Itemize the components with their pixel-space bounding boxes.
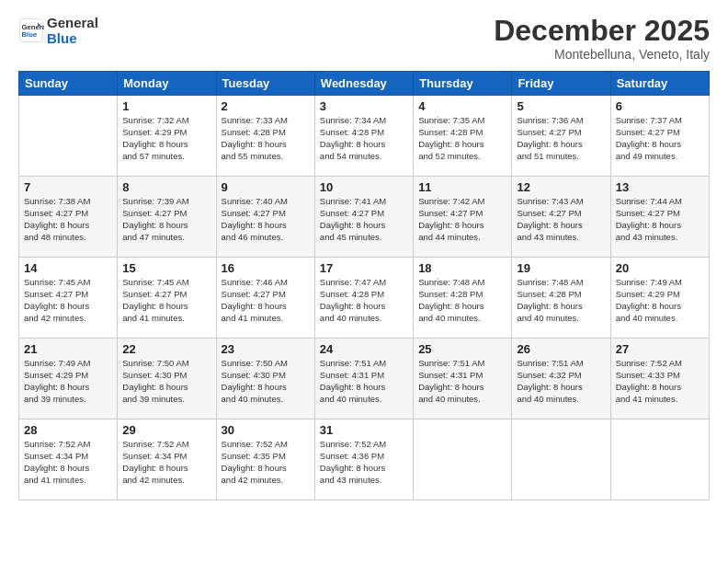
day-number: 24 <box>320 342 408 356</box>
calendar-cell: 9Sunrise: 7:40 AMSunset: 4:27 PMDaylight… <box>216 177 314 258</box>
calendar-cell: 22Sunrise: 7:50 AMSunset: 4:30 PMDayligh… <box>118 339 216 419</box>
calendar-table: SundayMondayTuesdayWednesdayThursdayFrid… <box>18 71 710 500</box>
day-number: 3 <box>320 99 408 113</box>
calendar-cell: 17Sunrise: 7:47 AMSunset: 4:28 PMDayligh… <box>314 258 413 339</box>
day-info: Sunrise: 7:51 AMSunset: 4:31 PMDaylight:… <box>320 358 408 405</box>
day-info: Sunrise: 7:51 AMSunset: 4:31 PMDaylight:… <box>418 358 506 405</box>
day-info: Sunrise: 7:42 AMSunset: 4:27 PMDaylight:… <box>418 196 506 243</box>
col-header-friday: Friday <box>512 72 610 96</box>
day-info: Sunrise: 7:46 AMSunset: 4:27 PMDaylight:… <box>222 277 310 324</box>
day-number: 21 <box>24 342 112 356</box>
day-number: 14 <box>24 261 112 275</box>
day-number: 16 <box>222 261 310 275</box>
calendar-cell: 5Sunrise: 7:36 AMSunset: 4:27 PMDaylight… <box>512 96 610 177</box>
calendar-week-1: 1Sunrise: 7:32 AMSunset: 4:29 PMDaylight… <box>19 96 710 177</box>
calendar-cell: 21Sunrise: 7:49 AMSunset: 4:29 PMDayligh… <box>19 339 118 419</box>
day-number: 8 <box>122 180 210 194</box>
calendar-cell: 3Sunrise: 7:34 AMSunset: 4:28 PMDaylight… <box>314 96 413 177</box>
logo-general: General <box>47 15 98 30</box>
calendar-week-2: 7Sunrise: 7:38 AMSunset: 4:27 PMDaylight… <box>19 177 710 258</box>
calendar-cell <box>512 419 610 500</box>
calendar-cell: 14Sunrise: 7:45 AMSunset: 4:27 PMDayligh… <box>19 258 118 339</box>
calendar-cell: 29Sunrise: 7:52 AMSunset: 4:34 PMDayligh… <box>118 419 216 500</box>
day-number: 4 <box>418 99 506 113</box>
day-info: Sunrise: 7:38 AMSunset: 4:27 PMDaylight:… <box>24 196 112 243</box>
col-header-wednesday: Wednesday <box>314 72 413 96</box>
day-number: 17 <box>320 261 408 275</box>
calendar-cell: 23Sunrise: 7:50 AMSunset: 4:30 PMDayligh… <box>216 339 314 419</box>
day-number: 15 <box>122 261 210 275</box>
calendar-cell: 24Sunrise: 7:51 AMSunset: 4:31 PMDayligh… <box>314 339 413 419</box>
location-subtitle: Montebelluna, Veneto, Italy <box>494 47 710 62</box>
header: General Blue General Blue December 2025 … <box>18 15 710 62</box>
day-number: 30 <box>222 423 310 437</box>
calendar-cell: 10Sunrise: 7:41 AMSunset: 4:27 PMDayligh… <box>314 177 413 258</box>
calendar-cell: 26Sunrise: 7:51 AMSunset: 4:32 PMDayligh… <box>512 339 610 419</box>
day-info: Sunrise: 7:34 AMSunset: 4:28 PMDaylight:… <box>320 115 408 162</box>
day-number: 2 <box>222 99 310 113</box>
month-title: December 2025 <box>494 15 710 47</box>
day-info: Sunrise: 7:50 AMSunset: 4:30 PMDaylight:… <box>222 358 310 405</box>
col-header-sunday: Sunday <box>19 72 118 96</box>
title-block: December 2025 Montebelluna, Veneto, Ital… <box>494 15 710 62</box>
day-number: 10 <box>320 180 408 194</box>
day-info: Sunrise: 7:41 AMSunset: 4:27 PMDaylight:… <box>320 196 408 243</box>
day-number: 11 <box>418 180 506 194</box>
calendar-week-4: 21Sunrise: 7:49 AMSunset: 4:29 PMDayligh… <box>19 339 710 419</box>
col-header-thursday: Thursday <box>414 72 512 96</box>
day-number: 26 <box>517 342 605 356</box>
calendar-cell: 7Sunrise: 7:38 AMSunset: 4:27 PMDaylight… <box>19 177 118 258</box>
day-number: 6 <box>616 99 704 113</box>
day-number: 28 <box>24 423 112 437</box>
day-number: 27 <box>616 342 704 356</box>
day-info: Sunrise: 7:37 AMSunset: 4:27 PMDaylight:… <box>616 115 704 162</box>
calendar-cell: 13Sunrise: 7:44 AMSunset: 4:27 PMDayligh… <box>610 177 709 258</box>
day-info: Sunrise: 7:51 AMSunset: 4:32 PMDaylight:… <box>517 358 605 405</box>
calendar-cell: 25Sunrise: 7:51 AMSunset: 4:31 PMDayligh… <box>414 339 512 419</box>
calendar-header-row: SundayMondayTuesdayWednesdayThursdayFrid… <box>19 72 710 96</box>
calendar-cell: 19Sunrise: 7:48 AMSunset: 4:28 PMDayligh… <box>512 258 610 339</box>
day-info: Sunrise: 7:35 AMSunset: 4:28 PMDaylight:… <box>418 115 506 162</box>
day-info: Sunrise: 7:48 AMSunset: 4:28 PMDaylight:… <box>517 277 605 324</box>
day-info: Sunrise: 7:47 AMSunset: 4:28 PMDaylight:… <box>320 277 408 324</box>
col-header-saturday: Saturday <box>610 72 709 96</box>
svg-text:Blue: Blue <box>22 30 38 39</box>
calendar-cell: 15Sunrise: 7:45 AMSunset: 4:27 PMDayligh… <box>118 258 216 339</box>
day-number: 23 <box>222 342 310 356</box>
calendar-cell: 4Sunrise: 7:35 AMSunset: 4:28 PMDaylight… <box>414 96 512 177</box>
day-number: 18 <box>418 261 506 275</box>
day-info: Sunrise: 7:48 AMSunset: 4:28 PMDaylight:… <box>418 277 506 324</box>
logo-blue: Blue <box>47 30 98 46</box>
day-number: 25 <box>418 342 506 356</box>
logo-icon: General Blue <box>18 17 44 43</box>
day-info: Sunrise: 7:52 AMSunset: 4:34 PMDaylight:… <box>24 439 112 486</box>
day-number: 7 <box>24 180 112 194</box>
day-info: Sunrise: 7:44 AMSunset: 4:27 PMDaylight:… <box>616 196 704 243</box>
day-number: 29 <box>122 423 210 437</box>
calendar-cell: 30Sunrise: 7:52 AMSunset: 4:35 PMDayligh… <box>216 419 314 500</box>
day-number: 20 <box>616 261 704 275</box>
day-info: Sunrise: 7:43 AMSunset: 4:27 PMDaylight:… <box>517 196 605 243</box>
day-number: 1 <box>122 99 210 113</box>
calendar-week-5: 28Sunrise: 7:52 AMSunset: 4:34 PMDayligh… <box>19 419 710 500</box>
day-info: Sunrise: 7:52 AMSunset: 4:33 PMDaylight:… <box>616 358 704 405</box>
calendar-cell: 6Sunrise: 7:37 AMSunset: 4:27 PMDaylight… <box>610 96 709 177</box>
day-number: 9 <box>222 180 310 194</box>
day-number: 22 <box>122 342 210 356</box>
calendar-cell: 12Sunrise: 7:43 AMSunset: 4:27 PMDayligh… <box>512 177 610 258</box>
day-number: 31 <box>320 423 408 437</box>
day-info: Sunrise: 7:50 AMSunset: 4:30 PMDaylight:… <box>122 358 210 405</box>
day-info: Sunrise: 7:36 AMSunset: 4:27 PMDaylight:… <box>517 115 605 162</box>
day-number: 12 <box>517 180 605 194</box>
day-info: Sunrise: 7:49 AMSunset: 4:29 PMDaylight:… <box>616 277 704 324</box>
calendar-cell <box>610 419 709 500</box>
calendar-cell: 18Sunrise: 7:48 AMSunset: 4:28 PMDayligh… <box>414 258 512 339</box>
day-info: Sunrise: 7:33 AMSunset: 4:28 PMDaylight:… <box>222 115 310 162</box>
day-info: Sunrise: 7:52 AMSunset: 4:36 PMDaylight:… <box>320 439 408 486</box>
page-container: General Blue General Blue December 2025 … <box>0 0 728 563</box>
day-info: Sunrise: 7:49 AMSunset: 4:29 PMDaylight:… <box>24 358 112 405</box>
calendar-cell: 27Sunrise: 7:52 AMSunset: 4:33 PMDayligh… <box>610 339 709 419</box>
day-info: Sunrise: 7:45 AMSunset: 4:27 PMDaylight:… <box>24 277 112 324</box>
calendar-cell: 8Sunrise: 7:39 AMSunset: 4:27 PMDaylight… <box>118 177 216 258</box>
calendar-cell: 28Sunrise: 7:52 AMSunset: 4:34 PMDayligh… <box>19 419 118 500</box>
